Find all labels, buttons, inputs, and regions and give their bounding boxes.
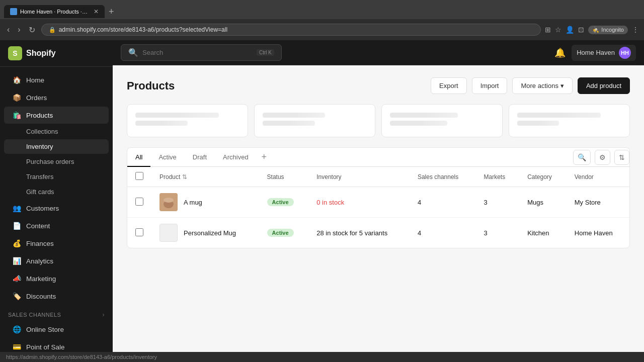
sidebar-item-point-of-sale[interactable]: 💳 Point of Sale <box>4 338 109 352</box>
row2-status-cell: Active <box>259 218 309 248</box>
more-actions-button[interactable]: More actions ▾ <box>512 77 572 94</box>
bookmark-icon[interactable]: ☆ <box>555 26 561 34</box>
th-product: Product ⇅ <box>151 167 259 187</box>
url-text: admin.shopify.com/store/de8143-a6/produc… <box>59 26 227 33</box>
mug-thumbnail-svg <box>159 193 178 211</box>
tab-draft[interactable]: Draft <box>185 148 215 167</box>
search-filter-button[interactable]: 🔍 <box>573 150 591 165</box>
sidebar-item-products[interactable]: 🛍️ Products <box>4 107 109 124</box>
add-tab-button[interactable]: + <box>257 148 272 166</box>
tab-actions: 🔍 ⚙ ⇅ <box>573 150 629 165</box>
skeleton-line <box>517 113 601 118</box>
row1-checkbox[interactable] <box>135 198 143 206</box>
sidebar-item-products-label: Products <box>26 112 53 119</box>
sidebar-item-orders[interactable]: 📦 Orders <box>4 89 109 106</box>
incognito-icon: 🕵️ <box>592 27 599 33</box>
products-card: All Active Draft Archived + 🔍 ⚙ ⇅ <box>127 147 630 248</box>
search-input[interactable] <box>142 49 253 56</box>
store-badge[interactable]: Home Haven HH <box>572 45 636 61</box>
row1-product-name[interactable]: A mug <box>184 199 202 206</box>
tab-title: Home Haven · Products · Shopi <box>20 9 89 15</box>
sidebar-item-discounts-label: Discounts <box>26 293 56 300</box>
stat-card-3 <box>381 104 503 137</box>
sidebar-header: S Shopify <box>0 40 113 67</box>
content-icon: 📄 <box>12 221 21 230</box>
tab-archived[interactable]: Archived <box>215 148 257 167</box>
sidebar-sub-item-collections[interactable]: Collections <box>4 124 109 139</box>
shopify-logo-text: Shopify <box>26 49 56 58</box>
tab-all[interactable]: All <box>127 148 150 167</box>
row1-sales-channels-cell: 4 <box>410 187 476 218</box>
row1-markets-cell: 3 <box>475 187 519 218</box>
sidebar-item-marketing-label: Marketing <box>26 275 56 283</box>
sidebar-sub-item-purchase-orders[interactable]: Purchase orders <box>4 154 109 169</box>
url-bar[interactable]: 🔒 admin.shopify.com/store/de8143-a6/prod… <box>41 24 541 36</box>
incognito-label: Incognito <box>601 27 624 33</box>
sidebar-item-analytics[interactable]: 📊 Analytics <box>4 252 109 269</box>
search-shortcut: Ctrl K <box>257 49 274 56</box>
product-sort[interactable]: Product ⇅ <box>159 173 251 180</box>
row2-vendor-cell: Home Haven <box>567 218 629 248</box>
page-header: Products Export Import More actions ▾ Ad… <box>127 77 630 94</box>
sidebar-item-discounts[interactable]: 🏷️ Discounts <box>4 288 109 305</box>
notification-button[interactable]: 🔔 <box>554 47 566 58</box>
skeleton-line <box>135 121 188 126</box>
new-tab-button[interactable]: + <box>107 7 116 17</box>
sidebar-item-home-label: Home <box>26 76 44 84</box>
split-screen-icon[interactable]: ⊡ <box>578 26 584 34</box>
extensions-icon[interactable]: ⊞ <box>545 26 551 34</box>
tab-close-button[interactable]: ✕ <box>94 8 99 15</box>
status-url: https://admin.shopify.com/store/de8143-a… <box>6 354 157 360</box>
main-content: Products Export Import More actions ▾ Ad… <box>113 65 644 352</box>
browser-tab-active[interactable]: Home Haven · Products · Shopi ✕ <box>4 5 105 18</box>
sidebar-item-finances[interactable]: 💰 Finances <box>4 235 109 252</box>
purchase-orders-label: Purchase orders <box>26 158 74 165</box>
sidebar-item-customers[interactable]: 👥 Customers <box>4 200 109 217</box>
row2-product-name[interactable]: Personalized Mug <box>184 229 236 237</box>
search-bar[interactable]: 🔍 Ctrl K <box>121 44 282 61</box>
row1-inventory: 0 in stock <box>316 199 344 206</box>
select-all-checkbox[interactable] <box>135 172 143 180</box>
row2-product-name-cell: Personalized Mug <box>159 224 251 242</box>
sidebar-sub-item-inventory[interactable]: Inventory <box>4 139 109 154</box>
th-sales-channels: Sales channels <box>410 167 476 187</box>
sidebar-item-online-store[interactable]: 🌐 Online Store <box>4 321 109 338</box>
skeleton-line <box>263 113 325 118</box>
sidebar-item-home[interactable]: 🏠 Home <box>4 71 109 88</box>
row2-checkbox-cell <box>127 218 151 248</box>
tab-active[interactable]: Active <box>150 148 184 167</box>
forward-button[interactable]: › <box>16 24 22 35</box>
tabs-bar: All Active Draft Archived + 🔍 ⚙ ⇅ <box>127 148 629 167</box>
tab-favicon <box>10 8 17 15</box>
sort-button[interactable]: ⇅ <box>614 150 629 165</box>
shopify-logo[interactable]: S Shopify <box>8 46 56 60</box>
sidebar-item-marketing[interactable]: 📣 Marketing <box>4 270 109 287</box>
store-initials: HH <box>621 50 629 56</box>
sidebar-sub-item-gift-cards[interactable]: Gift cards <box>4 185 109 199</box>
row2-category-cell: Kitchen <box>519 218 567 248</box>
import-button[interactable]: Import <box>472 77 508 94</box>
sidebar-item-customers-label: Customers <box>26 205 59 212</box>
sidebar-item-finances-label: Finances <box>26 240 54 247</box>
marketing-icon: 📣 <box>12 274 21 283</box>
sidebar-item-orders-label: Orders <box>26 94 47 102</box>
add-product-button[interactable]: Add product <box>578 77 630 94</box>
refresh-button[interactable]: ↻ <box>27 24 37 36</box>
sidebar-nav: 🏠 Home 📦 Orders 🛍️ Products Collections … <box>0 67 113 352</box>
export-button[interactable]: Export <box>431 77 467 94</box>
menu-icon[interactable]: ⋮ <box>632 26 639 34</box>
back-button[interactable]: ‹ <box>5 24 12 35</box>
sidebar-sub-item-transfers[interactable]: Transfers <box>4 169 109 184</box>
sidebar-item-content[interactable]: 📄 Content <box>4 217 109 234</box>
row1-product-name-cell: A mug <box>159 193 251 211</box>
filter-button[interactable]: ⚙ <box>595 150 610 165</box>
expand-icon[interactable]: › <box>103 311 105 318</box>
svg-point-2 <box>164 198 174 203</box>
profile-icon[interactable]: 👤 <box>566 26 574 34</box>
product-header-label: Product <box>159 173 180 180</box>
skeleton-line <box>390 113 458 118</box>
row2-checkbox[interactable] <box>135 228 143 236</box>
skeleton-line <box>517 121 559 126</box>
topbar-right: 🔔 Home Haven HH <box>554 45 636 61</box>
shopify-logo-icon: S <box>8 46 22 60</box>
